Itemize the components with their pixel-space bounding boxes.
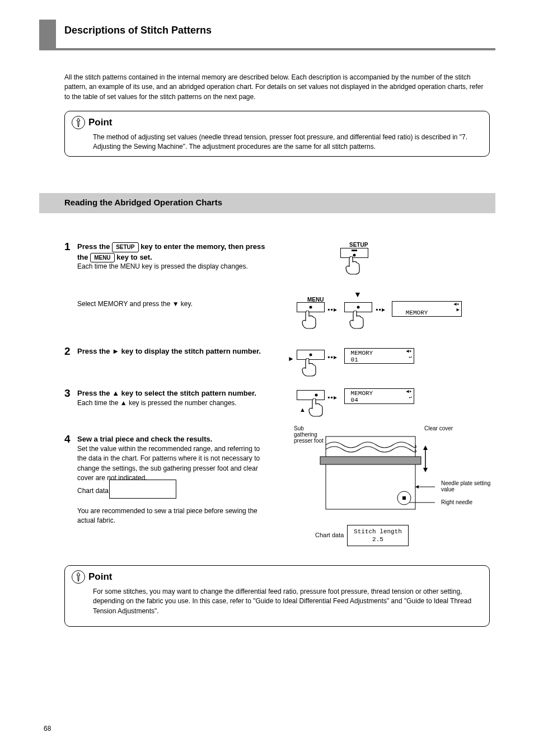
svg-marker-3 <box>423 445 428 450</box>
lcd-line1: MEMORY <box>402 309 428 316</box>
clear-cover-label: Clear cover <box>424 425 453 431</box>
step-2-heading: Press the ► key to display the stitch pa… <box>77 346 268 356</box>
lcd-pattern-01: MEMORY 01◀✦ ↵ <box>344 348 414 364</box>
step-1-body-b: Select MEMORY and press the ▼ key. <box>77 299 268 309</box>
chart-data-label-left: Chart data <box>77 487 109 495</box>
step-1-text-c: the <box>77 253 88 261</box>
point-callout-2: Point For some stitches, you may want to… <box>64 565 490 627</box>
lcd-arrows: ◀✦ ▶ <box>453 302 460 313</box>
step-number-4: 4 <box>64 433 71 445</box>
setup-label: SETUP <box>349 242 368 248</box>
hand-icon <box>308 398 328 417</box>
step-1-text-d: key to set. <box>116 253 152 261</box>
hand-icon <box>301 358 321 377</box>
lcd-memory: MEMORY ◀✦ ▶ <box>392 301 462 317</box>
sub-gathering-label: Sub gathering presser foot <box>294 425 325 444</box>
point-label: Point <box>88 117 113 128</box>
lcd-arrows: ◀✦ ↵ <box>406 389 412 401</box>
point-body-2: For some stitches, you may want to chang… <box>65 584 489 623</box>
step-4-body-b: You are recommended to sew a trial piece… <box>77 506 268 526</box>
setup-button-diagram <box>340 248 368 258</box>
up-button-diagram <box>297 390 325 400</box>
chart-data-line2: 2.5 <box>348 536 408 543</box>
intro-paragraph: All the stitch patterns contained in the… <box>64 73 490 102</box>
step-3-body: Each time the ▲ key is pressed the numbe… <box>77 398 268 408</box>
step-number-1: 1 <box>64 241 71 253</box>
step-1-body: Each time the MENU key is pressed the di… <box>77 262 268 271</box>
step-4-heading: Sew a trial piece and check the results. <box>77 434 268 444</box>
point-body-1: The method of adjusting set values (need… <box>65 129 489 159</box>
hand-icon <box>345 256 365 275</box>
right-needle-label: Right needle <box>441 499 472 505</box>
chart-data-line1: Stitch length <box>348 528 408 536</box>
svg-rect-1 <box>320 457 421 464</box>
svg-marker-4 <box>423 468 428 472</box>
right-button-diagram <box>297 350 325 360</box>
page-title: Descriptions of Stitch Patterns <box>64 25 212 36</box>
chart-data-badge-left <box>109 480 176 499</box>
step-1-heading: Press the SETUP key to enter the memory,… <box>77 242 268 262</box>
chart-data-label-right: Chart data <box>315 532 344 538</box>
step-1-text-a: Press the <box>77 242 110 251</box>
dash-arrow-icon: ▪▪▸ <box>327 353 338 361</box>
point-label: Point <box>88 571 113 583</box>
step-number-3: 3 <box>64 387 71 400</box>
header-accent-bar <box>39 20 56 50</box>
step-4-body-a: Set the value within the recommended ran… <box>77 444 268 483</box>
step-3-heading: Press the ▲ key to select the stitch pat… <box>77 388 268 398</box>
step-1-text-b: key to enter the memory, then press <box>140 242 265 251</box>
menu-key-badge: MENU <box>90 253 114 263</box>
right-arrow-icon: ► <box>288 355 294 363</box>
section-heading: Reading the Abridged Operation Charts <box>64 198 222 207</box>
header-rule <box>56 48 495 50</box>
lcd-pattern-04: MEMORY 04◀✦ ↵ <box>344 388 414 404</box>
pen-icon <box>72 570 85 584</box>
hand-icon <box>301 311 321 330</box>
fabric-diagram <box>315 431 443 523</box>
dash-arrow-icon: ▪▪▸ <box>327 393 338 401</box>
down-arrow-icon: ▼ <box>354 290 362 299</box>
dash-arrow-icon: ▪▪▸ <box>376 306 386 313</box>
step-number-2: 2 <box>64 345 71 358</box>
svg-rect-8 <box>402 496 406 500</box>
setup-key-badge: SETUP <box>112 242 138 252</box>
svg-marker-6 <box>415 485 419 489</box>
needle-plate-label: Needle plate setting value <box>441 480 491 492</box>
chart-data-example-box: Stitch length 2.5 <box>347 525 409 546</box>
page-number: 68 <box>44 725 51 732</box>
down-button-diagram <box>344 302 372 312</box>
point-callout-1: Point The method of adjusting set values… <box>64 111 490 157</box>
lcd-arrows: ◀✦ ↵ <box>406 349 412 360</box>
dash-arrow-icon: ▪▪▸ <box>327 306 338 313</box>
hand-icon <box>349 311 369 330</box>
menu-button-diagram <box>297 302 325 312</box>
up-arrow-icon: ▲ <box>299 406 306 413</box>
pen-icon <box>72 116 85 129</box>
